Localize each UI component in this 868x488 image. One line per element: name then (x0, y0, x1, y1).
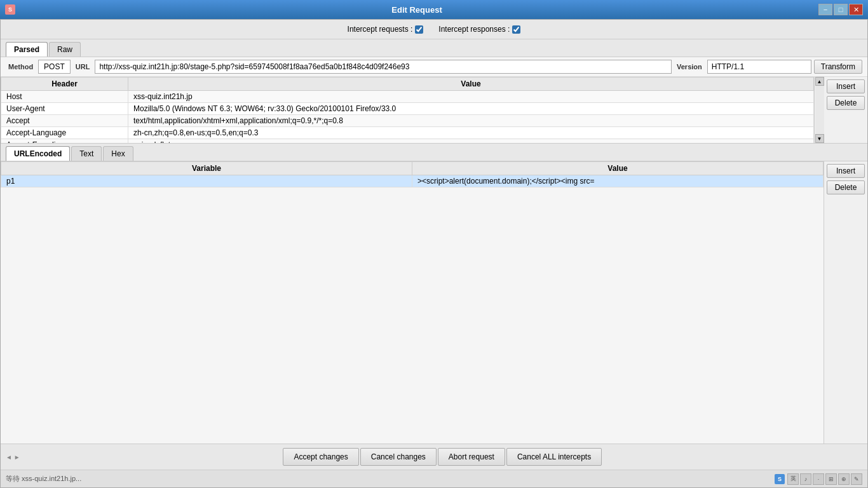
version-label: Version (674, 63, 705, 71)
header-col-value: Value (128, 78, 814, 91)
accept-changes-button[interactable]: Accept changes (283, 448, 358, 466)
sys-icon-2[interactable]: ♪ (800, 473, 811, 485)
header-value-cell: xss-quiz.int21h.jp (128, 91, 814, 103)
status-wait-text: 等待 xss-quiz.int21h.jp... (6, 474, 81, 484)
intercept-responses-item: Intercept responses : (438, 25, 520, 34)
body-col-value: Value (412, 162, 824, 175)
body-variable-cell: p1 (1, 175, 412, 187)
intercept-responses-label: Intercept responses : (438, 25, 510, 34)
body-col-variable: Variable (1, 162, 412, 175)
status-right: S 英 ♪ · ⊞ ⊕ ✎ (775, 473, 862, 485)
window-controls: − □ ✕ (818, 4, 863, 15)
tab-raw[interactable]: Raw (49, 42, 81, 57)
cancel-changes-button[interactable]: Cancel changes (360, 448, 437, 466)
body-value-cell: ><script>alert(document.domain);</script… (412, 175, 824, 187)
scrollbar-down-btn[interactable]: ▼ (815, 134, 824, 143)
body-delete-button[interactable]: Delete (827, 180, 865, 194)
header-name-cell: User-Agent (1, 103, 128, 115)
intercept-requests-checkbox[interactable] (415, 25, 423, 34)
tab-text[interactable]: Text (71, 146, 102, 161)
header-name-cell: Accept-Encoding (1, 139, 128, 144)
method-value: POST (38, 60, 71, 74)
headers-table-wrap: Header Value Hostxss-quiz.int21h.jpUser-… (1, 77, 814, 143)
close-button[interactable]: ✕ (849, 4, 863, 15)
intercept-responses-checkbox[interactable] (512, 25, 520, 34)
headers-delete-button[interactable]: Delete (827, 96, 865, 110)
sys-icon-6[interactable]: ✎ (851, 473, 862, 485)
header-value-cell: Mozilla/5.0 (Windows NT 6.3; WOW64; rv:3… (128, 103, 814, 115)
intercept-bar: Intercept requests : Intercept responses… (1, 20, 867, 39)
tab-parsed[interactable]: Parsed (6, 42, 48, 57)
action-bar: ◄ ► Accept changes Cancel changes Abort … (1, 444, 867, 470)
method-url-row: Method POST URL Version Transform (1, 57, 867, 77)
headers-table: Header Value Hostxss-quiz.int21h.jpUser-… (1, 77, 814, 143)
url-input[interactable] (95, 60, 672, 74)
sys-icon-1[interactable]: 英 (787, 473, 799, 485)
s-icon: S (775, 474, 785, 484)
minimize-button[interactable]: − (818, 4, 832, 15)
body-table-wrap: Variable Value p1><script>alert(document… (1, 161, 824, 444)
headers-insert-button[interactable]: Insert (827, 79, 865, 93)
body-side-btns: Insert Delete (824, 161, 867, 444)
header-value-cell: zh-cn,zh;q=0.8,en-us;q=0.5,en;q=0.3 (128, 127, 814, 139)
window-title: Edit Request (15, 5, 818, 15)
abort-request-button[interactable]: Abort request (438, 448, 505, 466)
scroll-indicator: ◄ ► (6, 454, 20, 461)
transform-button[interactable]: Transform (814, 60, 862, 74)
sys-icons-group: 英 ♪ · ⊞ ⊕ ✎ (787, 473, 862, 485)
status-bar: 等待 xss-quiz.int21h.jp... S 英 ♪ · ⊞ ⊕ ✎ (1, 470, 867, 487)
scrollbar-track (815, 86, 824, 134)
intercept-requests-item: Intercept requests : (348, 25, 424, 34)
header-name-cell: Accept-Language (1, 127, 128, 139)
url-label: URL (73, 63, 93, 71)
header-value-cell: text/html,application/xhtml+xml,applicat… (128, 115, 814, 127)
header-value-cell: gzip, deflate (128, 139, 814, 144)
headers-side-btns: Insert Delete (824, 77, 867, 143)
scrollbar-up-btn[interactable]: ▲ (815, 77, 824, 86)
app-icon: S (5, 4, 15, 15)
intercept-requests-label: Intercept requests : (348, 25, 413, 34)
status-left: 等待 xss-quiz.int21h.jp... (6, 474, 81, 484)
body-section: Variable Value p1><script>alert(document… (1, 161, 867, 444)
header-name-cell: Host (1, 91, 128, 103)
main-window: Intercept requests : Intercept responses… (0, 19, 868, 488)
body-table: Variable Value p1><script>alert(document… (1, 161, 824, 187)
body-tabs-row: URLEncoded Text Hex (1, 144, 867, 161)
version-input[interactable] (707, 60, 811, 74)
action-buttons-center: Accept changes Cancel changes Abort requ… (23, 448, 862, 466)
sys-icon-5[interactable]: ⊕ (838, 473, 850, 485)
headers-section: Header Value Hostxss-quiz.int21h.jpUser-… (1, 77, 867, 144)
sys-icon-4[interactable]: ⊞ (825, 473, 837, 485)
cancel-all-intercepts-button[interactable]: Cancel ALL intercepts (506, 448, 602, 466)
main-tabs-row: Parsed Raw (1, 39, 867, 57)
header-col-header: Header (1, 78, 128, 91)
tab-urlencoded[interactable]: URLEncoded (6, 146, 70, 161)
header-name-cell: Accept (1, 115, 128, 127)
maximize-button[interactable]: □ (834, 4, 848, 15)
title-bar: S Edit Request − □ ✕ (0, 0, 868, 19)
headers-scrollbar: ▲ ▼ (814, 77, 824, 143)
method-label: Method (6, 63, 36, 71)
tab-hex[interactable]: Hex (103, 146, 133, 161)
body-insert-button[interactable]: Insert (827, 164, 865, 178)
sys-icon-3[interactable]: · (813, 473, 824, 485)
